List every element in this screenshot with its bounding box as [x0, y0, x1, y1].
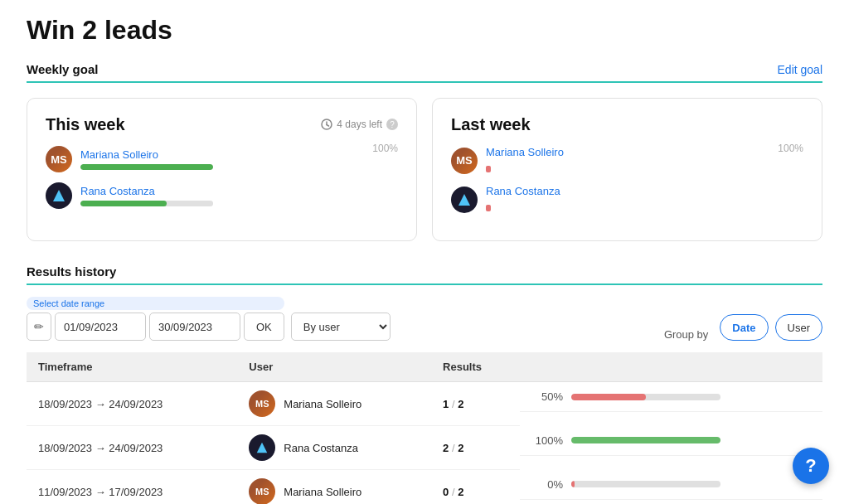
ok-button[interactable]: OK [244, 313, 284, 341]
date-range-group: Select date range ✏ OK [27, 297, 284, 341]
this-week-title: This week [46, 115, 125, 134]
start-date-input[interactable] [55, 313, 146, 341]
table-cell-user: MS Mariana Solleiro [237, 382, 431, 426]
weekly-goal-section-header: Weekly goal Edit goal [27, 62, 822, 83]
last-week-avatar-mariana: MS [451, 148, 478, 174]
edit-goal-link[interactable]: Edit goal [778, 63, 822, 76]
table-cell-user: MS Mariana Solleiro [237, 470, 431, 505]
last-week-bar-mariana [486, 166, 491, 172]
days-left-area: 4 days left ? [321, 119, 398, 130]
table-cell-result: 2 / 2 [431, 426, 520, 470]
table-bar-bg [571, 394, 720, 400]
last-week-user-info-rana: Rana Costanza [486, 185, 762, 214]
table-user-name: Rana Costanza [284, 442, 358, 454]
table-row: 18/09/2023 → 24/09/2023 MS Mariana Solle… [27, 382, 822, 426]
progress-bar-mariana-fill [80, 164, 213, 170]
this-week-user-row-0: MS Mariana Solleiro [46, 146, 357, 172]
last-week-user-info-mariana: Mariana Solleiro [486, 146, 762, 175]
filters-row: Select date range ✏ OK By user By date G… [27, 297, 822, 341]
last-week-title: Last week [451, 115, 531, 134]
table-cell-bar: 0% [520, 470, 822, 500]
days-left-help-icon[interactable]: ? [386, 119, 398, 130]
table-row: 11/09/2023 → 17/09/2023 MS Mariana Solle… [27, 470, 822, 505]
date-range-label: Select date range [27, 297, 284, 310]
user-info-mariana: Mariana Solleiro [80, 148, 357, 170]
table-row: 18/09/2023 → 24/09/2023 Rana Costanza 2 … [27, 426, 822, 470]
table-user-cell: MS Mariana Solleiro [249, 478, 420, 504]
date-inputs-row: ✏ OK [27, 313, 284, 341]
progress-bar-mariana-bg [80, 164, 213, 170]
results-table-head: Timeframe User Results [27, 352, 822, 382]
table-bar-bg [571, 481, 720, 487]
table-result-num: 1 [443, 398, 449, 410]
page-title: Win 2 leads [27, 15, 822, 46]
svg-marker-3 [53, 190, 65, 201]
table-cell-user: Rana Costanza [237, 426, 431, 470]
last-week-rana-avatar-icon [457, 192, 472, 207]
table-user-name: Mariana Solleiro [284, 398, 361, 410]
results-history-label: Results history [27, 264, 116, 279]
rana-avatar-icon [51, 188, 66, 203]
clock-icon [321, 119, 332, 130]
this-week-users-area: 100% MS Mariana Solleiro [46, 146, 398, 209]
col-timeframe: Timeframe [27, 352, 237, 382]
table-cell-bar: 50% [520, 382, 822, 412]
group-user-button[interactable]: User [775, 314, 822, 341]
results-history-header: Results history [27, 264, 822, 285]
svg-line-2 [327, 125, 329, 127]
table-cell-result: 1 / 2 [431, 382, 520, 426]
progress-bar-rana-bg [80, 201, 213, 206]
page-container: Win 2 leads Weekly goal Edit goal This w… [0, 0, 849, 504]
this-week-pct-label: 100% [372, 143, 398, 154]
table-user-cell: Rana Costanza [249, 434, 420, 461]
last-week-user-name-rana: Rana Costanza [486, 185, 762, 197]
table-pct-label: 100% [531, 434, 563, 447]
help-fab-label: ? [805, 455, 816, 477]
results-table-body: 18/09/2023 → 24/09/2023 MS Mariana Solle… [27, 382, 822, 505]
this-week-user-row-1: Rana Costanza [46, 182, 357, 209]
edit-date-icon[interactable]: ✏ [27, 313, 51, 341]
results-history-section: Results history Select date range ✏ OK B… [27, 264, 822, 504]
table-cell-result: 0 / 2 [431, 470, 520, 505]
table-result-num: 0 [443, 486, 449, 498]
by-user-select[interactable]: By user By date [291, 313, 391, 341]
col-results: Results [431, 352, 520, 382]
last-week-card: Last week 100% MS Mariana Solleiro [432, 98, 822, 241]
user-info-rana: Rana Costanza [80, 185, 357, 206]
table-pct-label: 50% [531, 390, 563, 403]
table-cell-bar: 100% [520, 426, 822, 456]
cards-row: This week 4 days left ? 100% MS [27, 98, 822, 241]
table-result-den: 2 [458, 442, 463, 454]
table-avatar: MS [249, 390, 275, 417]
group-date-button[interactable]: Date [720, 314, 768, 341]
table-avatar [249, 434, 275, 461]
user-name-mariana: Mariana Solleiro [80, 148, 357, 161]
user-name-rana: Rana Costanza [80, 185, 357, 197]
table-pct-label: 0% [531, 478, 563, 491]
svg-marker-4 [458, 194, 470, 206]
end-date-input[interactable] [149, 313, 240, 341]
col-bar [520, 352, 822, 382]
table-avatar: MS [249, 478, 275, 504]
table-cell-timeframe: 18/09/2023 → 24/09/2023 [27, 382, 237, 426]
last-week-bar-rana [486, 205, 491, 211]
last-week-user-name-mariana: Mariana Solleiro [486, 146, 762, 158]
table-cell-timeframe: 11/09/2023 → 17/09/2023 [27, 470, 237, 505]
last-week-avatar-rana [451, 187, 478, 213]
last-week-user-row-0: MS Mariana Solleiro [451, 146, 762, 175]
avatar-rana [46, 182, 72, 209]
days-left-text: 4 days left [337, 119, 382, 130]
table-result-num: 2 [443, 442, 449, 454]
table-cell-timeframe: 18/09/2023 → 24/09/2023 [27, 426, 237, 470]
svg-marker-5 [257, 443, 267, 453]
results-table: Timeframe User Results 18/09/2023 → 24/0… [27, 352, 822, 504]
avatar-mariana: MS [46, 146, 72, 172]
progress-bar-rana-fill [80, 201, 167, 206]
group-by-label: Group by [664, 328, 708, 341]
this-week-card: This week 4 days left ? 100% MS [27, 98, 417, 241]
help-fab-button[interactable]: ? [793, 448, 829, 484]
last-week-user-row-1: Rana Costanza [451, 185, 762, 214]
table-bar-bg [571, 437, 720, 443]
table-user-cell: MS Mariana Solleiro [249, 390, 420, 417]
col-user: User [237, 352, 431, 382]
